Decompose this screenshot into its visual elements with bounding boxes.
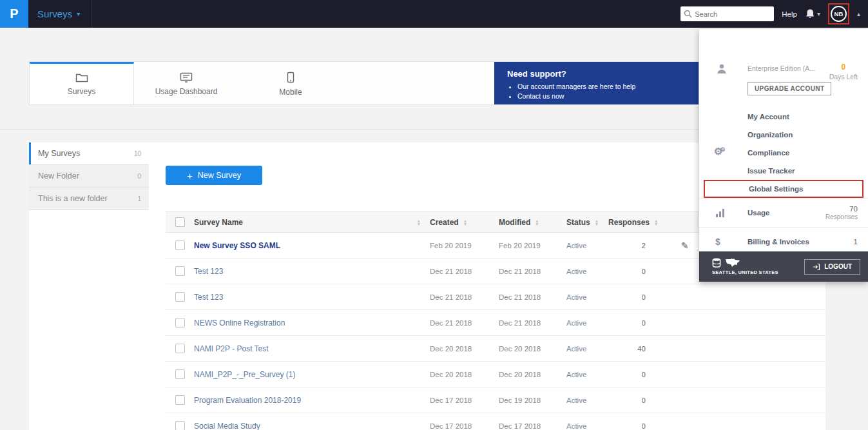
survey-name-link[interactable]: Program Evaluation 2018-2019: [194, 396, 430, 405]
menu-item-organization[interactable]: Organization: [704, 126, 863, 144]
tab-surveys[interactable]: Surveys: [30, 62, 134, 104]
menu-item-global-settings[interactable]: Global Settings: [704, 180, 863, 198]
surveys-app-menu[interactable]: Surveys ▾: [28, 0, 92, 28]
status-cell: Active: [566, 319, 608, 327]
new-survey-button[interactable]: + New Survey: [166, 166, 262, 185]
sort-icon[interactable]: ▲▼: [417, 219, 421, 226]
modified-cell: Dec 17 2018: [499, 422, 566, 430]
sidebar-item-label: My Surveys: [38, 149, 80, 158]
responses-cell: 0: [608, 268, 665, 275]
logout-label: LOGOUT: [824, 263, 852, 270]
sidebar-item-new-folder[interactable]: New Folder 0: [29, 165, 149, 188]
responses-cell: 0: [608, 293, 665, 301]
support-contact-link[interactable]: Contact us now: [517, 92, 687, 101]
folder-icon: [75, 72, 88, 83]
topbar-right: Help ▾ NB ▴: [680, 3, 868, 24]
menu-item-issue-tracker[interactable]: Issue Tracker: [704, 162, 863, 180]
app-logo[interactable]: P: [0, 0, 28, 28]
survey-name-link[interactable]: Test 123: [194, 293, 430, 302]
status-cell: Active: [566, 371, 608, 378]
tab-usage-dashboard[interactable]: Usage Dashboard: [134, 62, 238, 104]
row-checkbox[interactable]: [175, 344, 185, 353]
table-row[interactable]: Program Evaluation 2018-2019 Dec 17 2018…: [166, 387, 825, 413]
user-menu-list: My Account Organization ⚙⚙ Compliance Is…: [699, 106, 868, 198]
database-icon: [712, 258, 721, 268]
menu-item-label: Issue Tracker: [747, 167, 795, 175]
menu-item-compliance[interactable]: ⚙⚙ Compliance: [704, 144, 863, 162]
responses-cell: 0: [608, 422, 665, 430]
tab-mobile[interactable]: Mobile: [238, 62, 343, 104]
sidebar-item-this-is-a-new-folder[interactable]: This is a new folder 1: [29, 188, 149, 210]
modified-cell: Dec 20 2018: [499, 371, 566, 378]
sort-icon[interactable]: ▲▼: [463, 219, 467, 226]
table-row[interactable]: NAMI_P2P_-_Pre_Survey (1) Dec 20 2018 De…: [166, 362, 825, 387]
survey-name-link[interactable]: NEWS Online Registration: [194, 318, 430, 327]
table-row[interactable]: Test 123 Dec 21 2018 Dec 21 2018 Active …: [166, 284, 825, 310]
column-header-created: Created: [430, 218, 459, 227]
survey-name-link[interactable]: NAMI P2P - Post Test: [194, 344, 430, 353]
avatar[interactable]: NB: [831, 6, 847, 22]
row-checkbox[interactable]: [175, 292, 185, 302]
sort-icon[interactable]: ▲▼: [595, 219, 599, 226]
modified-cell: Dec 21 2018: [499, 293, 566, 301]
plus-icon: +: [187, 170, 193, 181]
search-icon: [684, 10, 692, 18]
search-input[interactable]: [680, 6, 774, 21]
table-row[interactable]: NAMI P2P - Post Test Dec 20 2018 Dec 20 …: [166, 336, 825, 362]
person-icon: [716, 63, 728, 75]
survey-name-link[interactable]: Social Media Study: [194, 422, 430, 430]
bell-icon: [805, 8, 815, 19]
sort-icon[interactable]: ▲▼: [654, 219, 658, 226]
created-cell: Dec 20 2018: [430, 371, 499, 378]
row-checkbox[interactable]: [175, 395, 185, 405]
tab-label: Mobile: [279, 88, 302, 97]
us-map-icon: [725, 258, 740, 268]
row-checkbox[interactable]: [175, 240, 185, 250]
table-row[interactable]: Social Media Study Dec 17 2018 Dec 17 20…: [166, 413, 825, 430]
tab-label: Surveys: [68, 87, 95, 96]
survey-name-link[interactable]: Test 123: [194, 267, 430, 276]
created-cell: Dec 21 2018: [430, 293, 499, 301]
chevron-up-icon: ▴: [857, 10, 860, 17]
logo-letter: P: [10, 6, 18, 21]
surveys-menu-label: Surveys: [37, 8, 72, 19]
edit-icon[interactable]: ✎: [681, 240, 689, 251]
billing-label: Billing & Invoices: [747, 238, 809, 246]
sort-icon[interactable]: ▲▼: [535, 219, 539, 226]
upgrade-account-button[interactable]: UPGRADE ACCOUNT: [747, 82, 831, 95]
usage-label: Usage: [747, 209, 770, 217]
survey-name-link[interactable]: New Survey SSO SAML: [194, 241, 430, 250]
status-cell: Active: [566, 268, 608, 275]
usage-value: 70: [825, 205, 858, 213]
help-link[interactable]: Help: [782, 10, 797, 18]
modified-cell: Feb 20 2019: [499, 242, 566, 249]
responses-cell: 40: [608, 345, 665, 353]
column-header-status: Status: [566, 218, 590, 227]
table-row[interactable]: NEWS Online Registration Dec 21 2018 Dec…: [166, 310, 825, 336]
user-menu-dropdown: Enterprise Edition (A... UPGRADE ACCOUNT…: [699, 29, 868, 282]
highlight-box-avatar: NB: [828, 3, 849, 24]
menu-item-label: Organization: [747, 131, 793, 139]
row-checkbox[interactable]: [175, 369, 185, 379]
created-cell: Dec 21 2018: [430, 319, 499, 327]
row-checkbox[interactable]: [175, 318, 185, 327]
search-box: [680, 6, 774, 21]
sidebar-item-my-surveys[interactable]: My Surveys 10: [29, 142, 149, 165]
row-checkbox[interactable]: [175, 421, 185, 430]
datacenter-location: SEATTLE, UNITED STATES: [712, 258, 778, 275]
gears-icon: ⚙⚙: [714, 146, 728, 157]
modified-cell: Dec 19 2018: [499, 396, 566, 404]
tab-strip: Surveys Usage Dashboard Mobile Need supp…: [29, 61, 699, 105]
notifications-button[interactable]: ▾: [805, 8, 820, 19]
menu-item-my-account[interactable]: My Account: [704, 108, 863, 126]
survey-name-link[interactable]: NAMI_P2P_-_Pre_Survey (1): [194, 370, 430, 379]
select-all-checkbox[interactable]: [175, 217, 185, 227]
created-cell: Dec 20 2018: [430, 345, 499, 353]
usage-row[interactable]: Usage 70 Responses: [699, 198, 868, 227]
topbar: P Surveys ▾ Help ▾ NB ▴: [0, 0, 868, 28]
support-title: Need support?: [507, 69, 687, 79]
tab-label: Usage Dashboard: [155, 87, 218, 96]
logout-button[interactable]: LOGOUT: [804, 259, 860, 275]
row-checkbox[interactable]: [175, 266, 185, 276]
created-cell: Dec 17 2018: [430, 422, 499, 430]
